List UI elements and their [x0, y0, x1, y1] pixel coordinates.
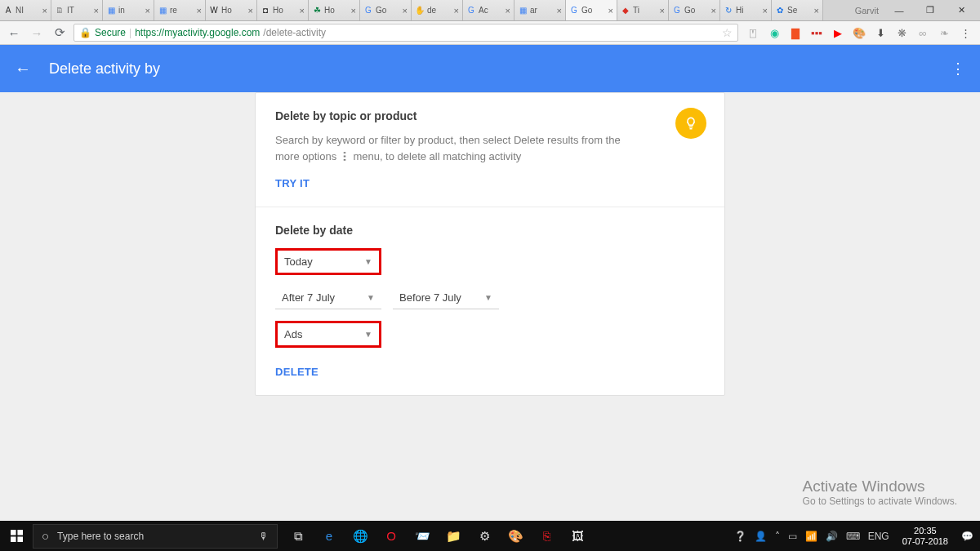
delete-button[interactable]: DELETE	[275, 366, 318, 378]
tab-close-icon[interactable]: ×	[248, 6, 253, 16]
browser-tab[interactable]: ANI×	[0, 0, 51, 20]
tab-title: NI	[16, 6, 41, 15]
tab-close-icon[interactable]: ×	[145, 6, 150, 16]
window-controls: Garvit — ❐ ✕	[847, 0, 980, 20]
browser-tab[interactable]: GGo×	[669, 0, 720, 20]
ext-icon-lastpass[interactable]: ▪▪▪	[810, 26, 823, 39]
url-input[interactable]: 🔒 Secure | https://myactivity.google.com…	[74, 24, 738, 42]
before-date-value: Before 7 July	[399, 291, 461, 304]
caret-down-icon: ▼	[367, 293, 375, 302]
browser-tab[interactable]: WHo×	[206, 0, 257, 20]
ext-icon-gear[interactable]: ❋	[895, 26, 908, 39]
taskbar-pinned-apps: ⧉ e 🌐 O 📨 📁 ⚙ 🎨 ⎘ 🖼	[278, 527, 598, 545]
forward-button[interactable]: →	[28, 24, 46, 42]
tray-people-icon[interactable]: 👤	[755, 531, 767, 542]
tab-title: Go	[581, 6, 607, 15]
tray-battery-icon[interactable]: ▭	[788, 531, 797, 542]
tray-wifi-icon[interactable]: 📶	[805, 531, 817, 542]
tab-close-icon[interactable]: ×	[660, 6, 665, 16]
browser-tab[interactable]: ◘Ho×	[257, 0, 309, 20]
tab-close-icon[interactable]: ×	[454, 6, 459, 16]
product-select[interactable]: Ads ▼	[275, 321, 381, 348]
settings-icon[interactable]: ⚙	[475, 527, 493, 545]
tab-close-icon[interactable]: ×	[814, 6, 819, 16]
ext-icon-palette[interactable]: 🎨	[853, 26, 866, 39]
section-desc-topic: Search by keyword or filter by product, …	[275, 132, 626, 164]
tab-close-icon[interactable]: ×	[300, 6, 305, 16]
ext-icon-grammarly[interactable]: ◉	[768, 26, 781, 39]
browser-tab[interactable]: ▦in×	[103, 0, 154, 20]
task-view-icon[interactable]: ⧉	[289, 527, 307, 545]
browser-tab[interactable]: GGo×	[566, 0, 617, 20]
browser-tab[interactable]: ✿Se×	[772, 0, 823, 20]
ext-icon-notes[interactable]: ▇	[789, 26, 802, 39]
browser-tab[interactable]: ▦re×	[154, 0, 206, 20]
tab-close-icon[interactable]: ×	[351, 6, 356, 16]
header-back-button[interactable]: ←	[15, 60, 31, 78]
tab-close-icon[interactable]: ×	[711, 6, 716, 16]
maximize-button[interactable]: ❐	[920, 2, 941, 19]
tray-chevron-up-icon[interactable]: ˄	[775, 531, 780, 542]
before-date-select[interactable]: Before 7 July ▼	[393, 287, 499, 309]
svg-rect-0	[11, 530, 16, 535]
windows-activation-watermark: Activate Windows Go to Settings to activ…	[803, 478, 957, 507]
close-window-button[interactable]: ✕	[951, 2, 972, 19]
tab-close-icon[interactable]: ×	[403, 6, 408, 16]
tray-clock[interactable]: 20:35 07-07-2018	[898, 526, 953, 546]
mail-icon[interactable]: 📨	[413, 527, 431, 545]
start-button[interactable]	[0, 521, 33, 551]
minimize-button[interactable]: —	[889, 2, 910, 19]
clock-time: 20:35	[902, 526, 948, 536]
tab-title: Ti	[633, 6, 658, 15]
product-value: Ads	[284, 328, 302, 340]
reload-button[interactable]: ⟳	[51, 24, 69, 42]
browser-tab[interactable]: ☘Ho×	[309, 0, 360, 20]
browser-tab[interactable]: ◆Ti×	[617, 0, 669, 20]
tab-close-icon[interactable]: ×	[42, 6, 47, 16]
ext-icon-translate[interactable]: ⍞	[746, 26, 760, 39]
after-date-select[interactable]: After 7 July ▼	[275, 287, 381, 309]
browser-tab[interactable]: GGo×	[360, 0, 412, 20]
taskbar-search[interactable]: ○ Type here to search 🎙	[33, 524, 278, 549]
tab-close-icon[interactable]: ×	[506, 6, 510, 16]
opera-icon[interactable]: O	[382, 527, 400, 545]
date-range-select[interactable]: Today ▼	[275, 248, 381, 275]
try-it-button[interactable]: TRY IT	[275, 177, 310, 189]
tab-title: de	[427, 6, 452, 15]
tray-notifications-icon[interactable]: 💬	[961, 531, 973, 542]
tray-language[interactable]: ENG	[868, 531, 889, 542]
lightbulb-icon[interactable]	[675, 108, 706, 139]
edge-icon[interactable]: e	[320, 527, 338, 545]
header-menu-icon[interactable]: ⋮	[951, 60, 965, 78]
star-icon[interactable]: ☆	[722, 26, 733, 39]
tray-volume-icon[interactable]: 🔊	[826, 531, 838, 542]
back-button[interactable]: ←	[5, 24, 23, 42]
tab-close-icon[interactable]: ×	[608, 6, 613, 16]
photos-icon[interactable]: 🖼	[568, 527, 586, 545]
ext-icon-download[interactable]: ⬇	[874, 26, 887, 39]
tab-close-icon[interactable]: ×	[94, 6, 99, 16]
chrome-icon[interactable]: 🌐	[351, 527, 369, 545]
tab-close-icon[interactable]: ×	[557, 6, 562, 16]
ext-icon-leaf[interactable]: ❧	[938, 26, 951, 39]
tray-help-icon[interactable]: ❔	[734, 531, 746, 542]
tab-close-icon[interactable]: ×	[763, 6, 768, 16]
browser-tab[interactable]: ✋de×	[412, 0, 463, 20]
tab-title: in	[118, 6, 144, 15]
ext-icon-youtube[interactable]: ▶	[831, 26, 844, 39]
adobe-reader-icon[interactable]: ⎘	[537, 527, 555, 545]
browser-tab[interactable]: GAc×	[463, 0, 514, 20]
paint-icon[interactable]: 🎨	[506, 527, 524, 545]
tray-keyboard-icon[interactable]: ⌨	[846, 531, 860, 542]
profile-name[interactable]: Garvit	[855, 6, 879, 16]
ext-icon-infinity[interactable]: ∞	[916, 26, 929, 39]
tab-favicon: G	[466, 6, 476, 16]
mic-icon[interactable]: 🎙	[259, 531, 269, 542]
browser-menu-icon[interactable]: ⋮	[959, 26, 972, 39]
browser-tab[interactable]: ▦ar×	[514, 0, 566, 20]
browser-tab[interactable]: ↻Hi×	[720, 0, 772, 20]
browser-tab[interactable]: 🗎IT×	[51, 0, 103, 20]
tab-close-icon[interactable]: ×	[197, 6, 202, 16]
svg-rect-3	[17, 536, 23, 542]
file-explorer-icon[interactable]: 📁	[444, 527, 462, 545]
